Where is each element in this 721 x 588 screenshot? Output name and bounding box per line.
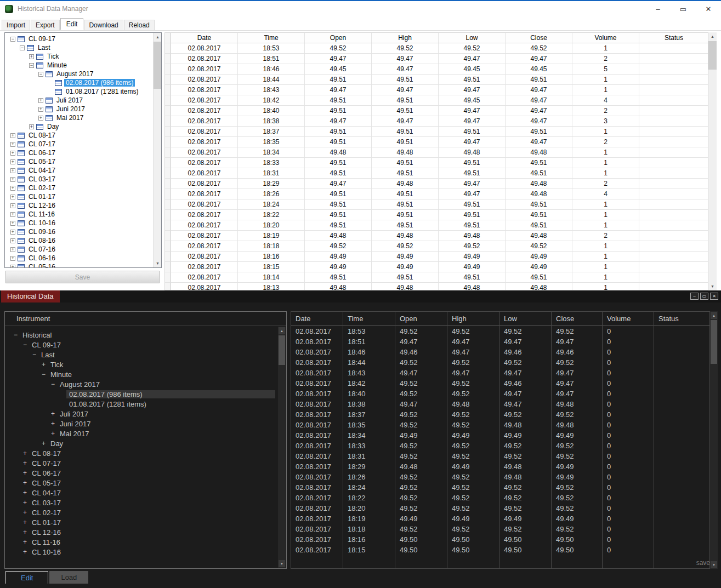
tree-item[interactable]: +CL 08-17 bbox=[5, 448, 277, 458]
tree-item[interactable]: +CL 08-17 bbox=[5, 131, 152, 140]
tree-item[interactable]: +CL 03-17 bbox=[5, 498, 277, 507]
column-header[interactable]: Low bbox=[499, 312, 551, 326]
row-selector[interactable] bbox=[165, 189, 171, 199]
table-row[interactable]: 02.08.201718:1949.4849.4849.4849.482 bbox=[165, 231, 708, 241]
row-selector[interactable] bbox=[165, 158, 171, 168]
row-selector[interactable] bbox=[165, 179, 171, 189]
scroll-up-icon[interactable]: ▲ bbox=[708, 32, 717, 41]
tree-item[interactable]: +CL 10-16 bbox=[5, 547, 277, 557]
expand-icon[interactable]: + bbox=[10, 151, 15, 156]
collapse-icon[interactable]: − bbox=[21, 341, 29, 349]
table-row[interactable]: 02.08.201718:1449.5149.5149.5149.511 bbox=[165, 272, 708, 283]
row-selector[interactable] bbox=[165, 168, 171, 179]
tab-load[interactable]: Load bbox=[49, 571, 88, 584]
expand-icon[interactable]: + bbox=[10, 256, 15, 261]
collapse-icon[interactable]: − bbox=[38, 72, 43, 77]
tree-item[interactable]: +Tick bbox=[5, 359, 277, 369]
column-header[interactable]: Low bbox=[439, 33, 506, 43]
maximize-icon[interactable]: ▭ bbox=[700, 293, 708, 300]
tree-item[interactable]: −CL 09-17 bbox=[5, 340, 277, 350]
tree-scrollbar[interactable]: ▲ ▼ bbox=[153, 33, 161, 267]
table-row[interactable]: 02.08.201718:5149.4749.4749.4749.472 bbox=[165, 54, 708, 64]
row-selector[interactable] bbox=[165, 75, 171, 85]
expand-icon[interactable]: + bbox=[39, 439, 48, 447]
expand-icon[interactable]: + bbox=[21, 459, 29, 467]
minimize-icon[interactable]: – bbox=[690, 293, 699, 300]
row-selector[interactable] bbox=[165, 64, 171, 75]
column-header[interactable]: Volume bbox=[603, 312, 654, 326]
tree-item[interactable]: +Juni 2017 bbox=[5, 419, 277, 429]
tree-item[interactable]: +CL 05-17 bbox=[5, 478, 277, 488]
tree-item[interactable]: −August 2017 bbox=[5, 379, 277, 389]
column-header[interactable]: Time bbox=[343, 312, 395, 326]
tree-item[interactable]: +Juli 2017 bbox=[5, 96, 152, 105]
table-row[interactable]: 02.08.201718:1349.4849.4849.4849.481 bbox=[165, 283, 708, 290]
tree-item[interactable]: −Last bbox=[5, 350, 277, 359]
expand-icon[interactable]: + bbox=[21, 489, 29, 496]
tree-item[interactable]: +CL 08-16 bbox=[5, 236, 152, 245]
expand-icon[interactable]: + bbox=[10, 212, 15, 217]
minimize-icon[interactable]: – bbox=[645, 1, 671, 16]
collapse-icon[interactable]: − bbox=[49, 380, 57, 388]
tree-item[interactable]: +Day bbox=[5, 122, 152, 131]
tree-item[interactable]: +Juli 2017 bbox=[5, 409, 277, 419]
row-selector[interactable] bbox=[165, 220, 171, 231]
expand-icon[interactable]: + bbox=[29, 124, 34, 129]
tree-item[interactable]: +CL 07-16 bbox=[5, 245, 152, 254]
table-row[interactable]: 02.08.201718:4449.5149.5149.5149.511 bbox=[165, 75, 708, 85]
collapse-icon[interactable]: − bbox=[29, 63, 34, 68]
expand-icon[interactable]: + bbox=[10, 168, 15, 173]
row-selector[interactable] bbox=[165, 106, 171, 116]
column-header[interactable]: High bbox=[447, 312, 499, 326]
tab-edit[interactable]: Edit bbox=[5, 571, 48, 584]
column-header[interactable]: High bbox=[372, 33, 439, 43]
tab-reload[interactable]: Reload bbox=[124, 20, 155, 30]
expand-icon[interactable]: + bbox=[49, 430, 57, 437]
tree-item[interactable]: +CL 09-16 bbox=[5, 227, 152, 236]
row-selector[interactable] bbox=[165, 127, 171, 137]
expand-icon[interactable]: + bbox=[39, 361, 48, 368]
tree-item[interactable]: −Historical bbox=[5, 330, 277, 340]
scroll-down-icon[interactable]: ▼ bbox=[154, 259, 162, 267]
tree-item[interactable]: +Mai 2017 bbox=[5, 113, 152, 122]
table-row[interactable]: 02.08.201718:3549.5149.5149.4749.472 bbox=[165, 137, 708, 147]
collapse-icon[interactable]: − bbox=[30, 351, 38, 358]
row-selector[interactable] bbox=[165, 147, 171, 158]
column-header[interactable]: Time bbox=[238, 33, 305, 43]
expand-icon[interactable]: + bbox=[49, 410, 57, 418]
tree-item[interactable]: +CL 02-17 bbox=[5, 184, 152, 192]
table-row[interactable]: 02.08.201718:2249.5149.5149.5149.511 bbox=[165, 210, 708, 220]
row-selector[interactable] bbox=[165, 210, 171, 220]
table-row[interactable]: 02.08.201718:2949.4749.4849.4749.482 bbox=[165, 179, 708, 189]
scroll-down-icon[interactable]: ▼ bbox=[711, 561, 717, 568]
row-selector[interactable] bbox=[165, 85, 171, 95]
expand-icon[interactable]: + bbox=[21, 469, 29, 477]
tree-item[interactable]: −Last bbox=[5, 43, 152, 52]
row-selector[interactable] bbox=[165, 54, 171, 64]
row-selector[interactable] bbox=[165, 116, 171, 127]
scrollbar-thumb[interactable] bbox=[154, 42, 162, 89]
tree-item[interactable]: 01.08.2017 (1'281 items) bbox=[5, 87, 152, 96]
scrollbar-thumb[interactable] bbox=[711, 320, 717, 364]
scroll-up-icon[interactable]: ▲ bbox=[154, 33, 162, 41]
tree-item[interactable]: +CL 10-16 bbox=[5, 219, 152, 227]
tree-item[interactable]: +CL 05-17 bbox=[5, 157, 152, 166]
maximize-icon[interactable]: ▭ bbox=[671, 1, 696, 16]
scroll-down-icon[interactable]: ▼ bbox=[279, 560, 285, 567]
scrollbar-thumb[interactable] bbox=[279, 335, 285, 365]
save-button[interactable]: Save bbox=[5, 271, 160, 283]
expand-icon[interactable]: + bbox=[21, 499, 29, 506]
scroll-up-icon[interactable]: ▲ bbox=[279, 327, 285, 334]
expand-icon[interactable]: + bbox=[21, 538, 29, 546]
close-icon[interactable]: ✕ bbox=[710, 293, 718, 300]
table-row[interactable]: 02.08.201718:1549.4949.4949.4949.491 bbox=[165, 262, 708, 272]
tree-item[interactable]: +CL 06-17 bbox=[5, 468, 277, 478]
tree-item[interactable]: +Tick bbox=[5, 52, 152, 61]
column-header[interactable]: Close bbox=[552, 312, 602, 326]
expand-icon[interactable]: + bbox=[10, 247, 15, 252]
tree-item[interactable]: −Minute bbox=[5, 369, 277, 379]
row-selector[interactable] bbox=[165, 95, 171, 106]
column-header[interactable]: Status bbox=[654, 312, 709, 326]
collapse-icon[interactable]: − bbox=[12, 331, 20, 339]
tree-item[interactable]: +CL 02-17 bbox=[5, 507, 277, 517]
